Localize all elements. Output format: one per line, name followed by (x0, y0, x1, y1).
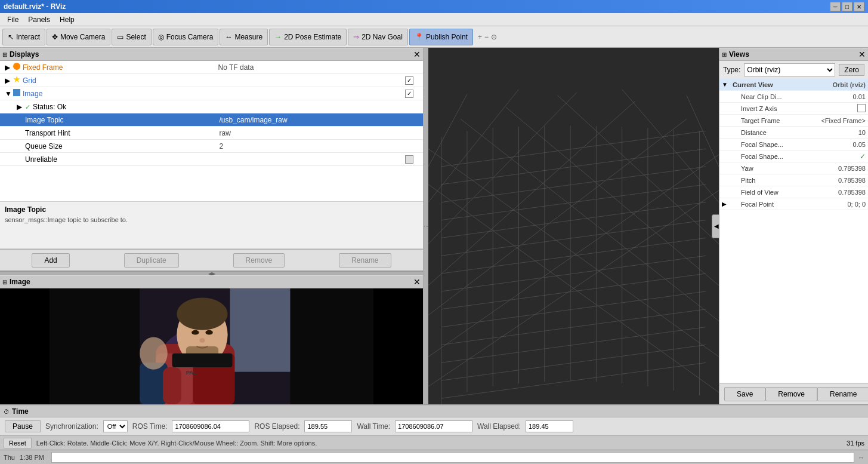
view-prop-focal-point[interactable]: ▶ Focal Point 0; 0; 0 (719, 198, 868, 210)
2d-pose-icon: → (274, 33, 282, 41)
wall-time-value: 1708609086.07 (395, 420, 472, 432)
view-prop-focal-shape1[interactable]: Focal Shape... 0.05 (719, 139, 868, 150)
view-prop-fov[interactable]: Field of View 0.785398 (719, 186, 868, 198)
display-grid[interactable]: ▶ Grid ✓ (0, 74, 423, 87)
current-view-expand[interactable]: ▼ (722, 81, 730, 88)
yaw-label: Yaw (739, 165, 838, 172)
distance-label: Distance (739, 129, 858, 136)
publish-point-label: Publish Point (426, 33, 468, 41)
measure-button[interactable]: ↔ Measure (220, 29, 268, 45)
ros-time-value: 1708609086.04 (172, 420, 249, 432)
focus-camera-button[interactable]: ◎ Focus Camera (153, 29, 219, 45)
views-zero-button[interactable]: Zero (839, 64, 864, 76)
expand-icon[interactable]: ▼ (5, 90, 13, 98)
focal-shape2-value: ✓ (860, 152, 866, 161)
taskbar: Thu 1:38 PM ↔ (0, 450, 868, 464)
expand-icon[interactable]: ▶ (17, 103, 25, 111)
grid-label: Grid (20, 76, 214, 85)
titlebar: default.rviz* - RViz ─ □ ✕ (0, 0, 868, 13)
duplicate-button[interactable]: Duplicate (124, 253, 179, 268)
select-button[interactable]: ▭ Select (112, 29, 151, 45)
view-prop-pitch[interactable]: Pitch 0.785398 (719, 174, 868, 186)
near-clip-value: 0.01 (853, 93, 866, 100)
image-panel: ⊞ Image ✕ (0, 275, 423, 404)
display-unreliable[interactable]: Unreliable (0, 153, 423, 166)
interact-button[interactable]: ↖ Interact (2, 29, 45, 45)
view-prop-near-clip[interactable]: Near Clip Di... 0.01 (719, 91, 868, 103)
2d-pose-button[interactable]: → 2D Pose Estimate (269, 29, 347, 45)
displays-list: ▶ Fixed Frame No TF data ▶ Grid ✓ (0, 61, 423, 201)
queue-size-value: 2 (220, 142, 414, 150)
svg-point-11 (191, 330, 199, 335)
display-transport-hint[interactable]: Transport Hint raw (0, 127, 423, 140)
publish-point-button[interactable]: 📍 Publish Point (409, 29, 473, 45)
taskbar-input[interactable] (51, 452, 854, 463)
expand-icon[interactable]: ▶ (5, 76, 13, 85)
image-checkbox[interactable]: ✓ (405, 90, 413, 98)
svg-point-12 (205, 330, 212, 335)
fov-value: 0.785398 (838, 189, 866, 196)
views-type-label: Type: (723, 66, 740, 74)
pause-button[interactable]: Pause (5, 420, 41, 432)
time-controls: Pause Synchronization: Off ROS Time: 170… (0, 417, 868, 435)
window-title: default.rviz* - RViz (4, 2, 66, 11)
current-view-type: Orbit (rviz) (832, 81, 866, 88)
display-image[interactable]: ▼ Image ✓ (0, 87, 423, 100)
menu-help[interactable]: Help (55, 14, 79, 25)
displays-panel-close[interactable]: ✕ (413, 50, 421, 59)
2d-nav-button[interactable]: ⇒ 2D Nav Goal (348, 29, 408, 45)
displays-panel: ⊞ Displays ✕ ▶ Fixed Frame No TF data ▶ (0, 48, 423, 272)
view-prop-yaw[interactable]: Yaw 0.785398 (719, 162, 868, 174)
svg-rect-19 (163, 367, 181, 404)
vertical-resize-handle[interactable]: ⋮ (424, 48, 428, 404)
menu-file[interactable]: File (2, 14, 23, 25)
display-fixed-frame[interactable]: ▶ Fixed Frame No TF data (0, 61, 423, 74)
current-view-header[interactable]: ▼ Current View Orbit (rviz) (719, 79, 868, 91)
views-panel-close[interactable]: ✕ (858, 50, 866, 59)
add-button[interactable]: Add (32, 253, 69, 268)
svg-rect-20 (428, 48, 719, 404)
display-image-topic[interactable]: Image Topic /usb_cam/image_raw (0, 113, 423, 127)
rename-button[interactable]: Rename (339, 253, 391, 268)
image-panel-close[interactable]: ✕ (413, 277, 421, 287)
menu-panels[interactable]: Panels (23, 14, 55, 25)
view-prop-target-frame[interactable]: Target Frame <Fixed Frame> (719, 115, 868, 127)
viewport-3d[interactable]: ◀ (428, 48, 719, 404)
description-title: Image Topic (5, 205, 418, 214)
view-prop-invert-z[interactable]: Invert Z Axis (719, 103, 868, 115)
minimize-button[interactable]: ─ (830, 2, 841, 11)
pitch-value: 0.785398 (838, 177, 866, 184)
maximize-button[interactable]: □ (842, 2, 852, 11)
views-remove-button[interactable]: Remove (765, 387, 817, 401)
image-panel-header: ⊞ Image ✕ (0, 275, 423, 288)
expand-icon[interactable]: ▶ (5, 63, 13, 72)
view-prop-focal-shape2[interactable]: Focal Shape... ✓ (719, 150, 868, 162)
views-save-button[interactable]: Save (724, 387, 765, 401)
views-rename-button[interactable]: Rename (817, 387, 868, 401)
views-type-select[interactable]: Orbit (rviz) (744, 63, 835, 76)
fps-counter: 31 fps (847, 440, 864, 447)
taskbar-day: Thu (4, 454, 15, 461)
viewport-expand-button[interactable]: ◀ (712, 214, 719, 238)
time-panel-header: ⏱ Time (0, 405, 868, 417)
statusbar: Reset Left-Click: Rotate. Middle-Click: … (0, 435, 868, 450)
sync-select[interactable]: Off (103, 420, 128, 432)
image-display-icon (13, 89, 20, 98)
view-prop-distance[interactable]: Distance 10 (719, 127, 868, 139)
svg-rect-4 (230, 288, 291, 372)
unreliable-checkbox[interactable] (405, 155, 413, 164)
display-queue-size[interactable]: Queue Size 2 (0, 140, 423, 153)
close-button[interactable]: ✕ (854, 2, 864, 11)
grid-checkbox[interactable]: ✓ (405, 76, 413, 85)
move-camera-button[interactable]: ✥ Move Camera (47, 29, 110, 45)
displays-buttons: Add Duplicate Remove Rename (0, 249, 423, 271)
transport-hint-value: raw (220, 129, 414, 137)
time-panel-icon: ⏱ (4, 408, 10, 415)
wall-elapsed-value: 189.45 (526, 420, 573, 432)
interact-label: Interact (16, 33, 40, 41)
remove-button[interactable]: Remove (233, 253, 285, 268)
display-status[interactable]: ▶ ✓ Status: Ok (0, 100, 423, 113)
time-panel: ⏱ Time Pause Synchronization: Off ROS Ti… (0, 404, 868, 435)
focus-camera-label: Focus Camera (166, 33, 214, 41)
reset-button[interactable]: Reset (4, 438, 32, 448)
